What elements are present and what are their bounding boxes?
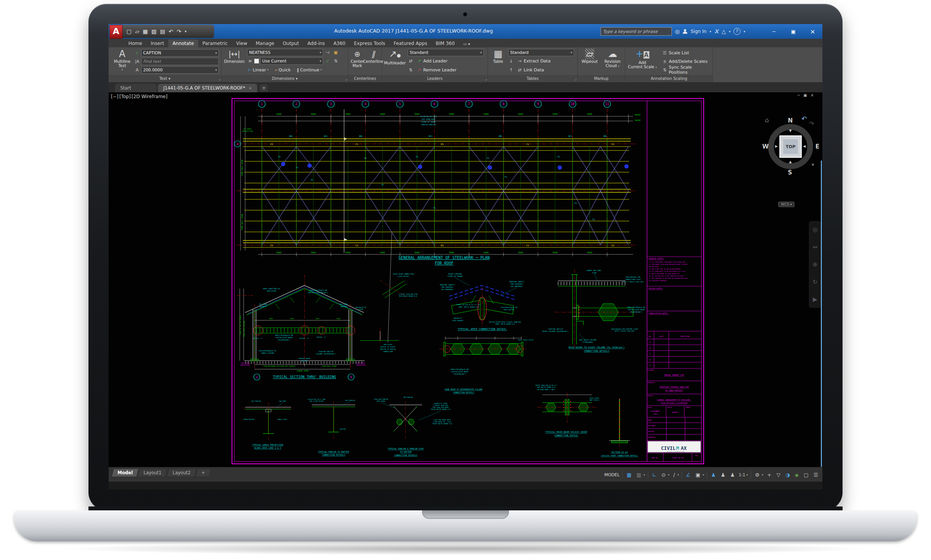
a360-icon[interactable]: △ [722, 28, 726, 35]
panel-label-annotation-scaling[interactable]: Annotation Scaling [625, 75, 713, 82]
open-file-icon[interactable]: ▱ [135, 28, 139, 35]
annotation-scale-value[interactable]: 1:1 [739, 472, 745, 477]
continue-dim-button[interactable]: ‖Continue▾ [295, 67, 323, 73]
viewcube-north[interactable]: N [788, 117, 793, 124]
exchange-apps-icon[interactable]: X [714, 28, 718, 35]
dim-update-icon[interactable]: ⇅ [333, 59, 339, 64]
viewcube-menu-caret-icon[interactable]: ▼ [812, 163, 814, 167]
multiline-text-button[interactable]: A Multiline Text▾ [112, 48, 133, 72]
dim-check-icon[interactable]: ✓ [325, 59, 331, 64]
save-as-icon[interactable]: ▨ [151, 28, 156, 35]
text-style-combo[interactable]: CAPTION▾ [141, 49, 219, 57]
viewcube-south[interactable]: S [788, 169, 792, 176]
grid-toggle-icon[interactable]: ▦ [625, 471, 632, 479]
dialog-launcher-icon[interactable]: ⌟ [346, 76, 347, 82]
panel-label-centerlines[interactable]: Centerlines [348, 75, 382, 82]
layout1-tab[interactable]: Layout1 [138, 468, 168, 477]
drawing-canvas[interactable]: [−] [Top] [2D Wireframe] ─ ▣ × [109, 92, 822, 467]
tab-output[interactable]: Output [279, 40, 303, 47]
tab-view[interactable]: View [232, 40, 251, 47]
crosshair-icon[interactable]: + [766, 471, 773, 479]
tab-express-tools[interactable]: Express Tools [350, 40, 389, 47]
viewcube-arrow-up-icon[interactable]: ▼ [789, 129, 792, 133]
help-icon[interactable]: ? [734, 28, 741, 35]
showmotion-icon[interactable]: ▶ [813, 296, 817, 303]
tab-home[interactable]: Home [124, 40, 146, 47]
table-button[interactable]: ▦ Table [490, 48, 506, 64]
add-leader-button[interactable]: ↗Add Leader [415, 59, 449, 64]
clean-screen-icon[interactable]: ▢ [803, 471, 810, 479]
isolate-objects-icon[interactable]: ◈ [794, 471, 800, 479]
wipeout-button[interactable]: ▱ Wipeout [579, 48, 600, 64]
undo-icon[interactable]: ↶ [169, 28, 173, 35]
model-space-button[interactable]: MODEL [604, 472, 620, 477]
osnap-tracking-icon[interactable]: ∠ [685, 471, 692, 479]
sign-in-button[interactable]: Sign In [690, 29, 706, 34]
tab-insert[interactable]: Insert [146, 40, 168, 47]
dialog-launcher-icon[interactable]: ⌟ [485, 76, 487, 82]
dim-style-combo[interactable]: NEATNESS▾ [247, 49, 323, 56]
autoscale-icon[interactable]: ♟ [720, 471, 727, 479]
annotation-visibility-icon[interactable]: ♟ [710, 471, 717, 479]
panel-label-markup[interactable]: Markup [578, 75, 625, 82]
find-text-input[interactable] [141, 58, 219, 65]
navigation-wheel-icon[interactable]: ◎ [812, 226, 817, 233]
table-style-combo[interactable]: Standard▾ [508, 49, 574, 56]
mleader-style-combo[interactable]: Standard▾ [408, 49, 484, 56]
spellcheck-icon[interactable]: ✓ [134, 50, 140, 55]
add-delete-scales-button[interactable]: ±Add/Delete Scales [660, 59, 709, 64]
viewcube-rotate-ccw-icon[interactable]: ↶ [801, 115, 807, 123]
tab-parametric[interactable]: Parametric [198, 40, 232, 47]
dialog-launcher-icon[interactable]: ⌟ [575, 76, 576, 82]
cad-drawing[interactable]: 1234567891011AAB 60006000600060006000600… [109, 92, 822, 467]
tab-manage[interactable]: Manage [251, 40, 279, 47]
panel-label-text[interactable]: Text ▾⌟ [109, 75, 221, 82]
close-tab-icon[interactable]: ✕ [249, 86, 252, 90]
file-tab-start[interactable]: Start [115, 84, 157, 92]
selection-filter-icon[interactable]: ▽ [775, 471, 782, 479]
mleader-align-icon[interactable]: ⇅ [408, 67, 414, 73]
panel-label-tables[interactable]: Tables⌟ [488, 75, 577, 82]
tab-featured-apps[interactable]: Featured Apps [389, 40, 431, 47]
wcs-dropdown[interactable]: WCS ▾ [778, 202, 794, 207]
autocad-app-button[interactable]: A [109, 25, 123, 39]
tab-a360[interactable]: A360 [329, 40, 350, 47]
panel-label-leaders[interactable]: Leaders⌟ [382, 75, 488, 82]
layout2-tab[interactable]: Layout2 [166, 468, 197, 477]
isodraft-icon[interactable]: ∕ [672, 471, 676, 479]
polar-tracking-icon[interactable]: ⊙ [660, 471, 667, 479]
center-mark-button[interactable]: ⊕ Center Mark [350, 48, 365, 68]
annotation-scale-icon[interactable]: ♟ [729, 471, 736, 479]
linear-dim-button[interactable]: ⊢Linear▾ [246, 67, 270, 73]
orbit-icon[interactable]: ↻ [813, 278, 818, 285]
multileader-button[interactable]: ↗● Multileader [384, 48, 406, 65]
file-tab-drawing[interactable]: J1441-05-G.A OF STEELWORK-ROOF*✕ [158, 84, 257, 92]
new-layout-tab[interactable]: + [195, 468, 211, 477]
dim-adjust-space-icon[interactable]: ▣ [333, 50, 339, 55]
dimension-button[interactable]: |↔| Dimension [223, 48, 245, 64]
sync-scale-positions-button[interactable]: ⇅Sync Scale Positions [660, 65, 713, 75]
revision-cloud-button[interactable]: ☁ RevisionCloud ▾ [602, 48, 623, 69]
close-button[interactable]: × [803, 24, 822, 39]
dim-break-icon[interactable]: ⊣ [325, 50, 331, 55]
customization-menu-icon[interactable]: ☰ [812, 471, 819, 479]
plot-icon[interactable]: ▤ [160, 28, 165, 35]
link-data-button[interactable]: ⇄Link Data [515, 67, 545, 73]
viewcube-east[interactable]: E [815, 143, 819, 150]
ribbon-display-toggle-icon[interactable]: ▭ ▾ [459, 41, 474, 47]
viewcube[interactable]: ⌂ N S W E ▼ ▲ ▶ ◀ TOP ↶ ↷ ▼ WCS ▾ [764, 112, 822, 213]
centerline-button[interactable]: ∥ Centerline [365, 48, 381, 64]
quick-dim-button[interactable]: »Quick [273, 67, 292, 73]
tab-addins[interactable]: Add-ins [303, 40, 329, 47]
graphics-performance-icon[interactable]: ◑ [784, 471, 791, 479]
search-icon[interactable]: ◎ [675, 28, 680, 35]
redo-icon[interactable]: ↷ [177, 28, 181, 35]
sign-in-caret-icon[interactable]: ▾ [709, 30, 711, 33]
minimize-button[interactable]: ─ [764, 24, 784, 39]
viewcube-west[interactable]: W [762, 143, 769, 150]
dialog-launcher-icon[interactable]: ⌟ [219, 76, 220, 82]
model-tab[interactable]: Model [111, 468, 139, 477]
viewcube-home-icon[interactable]: ⌂ [765, 116, 769, 124]
new-tab-button[interactable]: + [260, 85, 268, 92]
tab-annotate[interactable]: Annotate [168, 40, 198, 47]
